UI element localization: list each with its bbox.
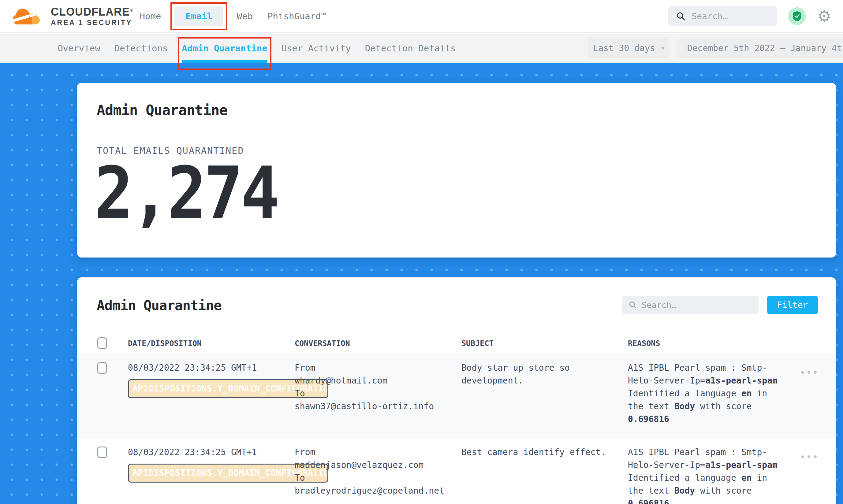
reasons-cell: A1S IPBL Pearl spam : Smtp-Helo-Server-I… [628, 361, 783, 426]
quarantine-table-card: Admin Quarantine Search… Filter DATE/DIS… [77, 277, 836, 504]
tab-label: Admin Quarantine [182, 43, 267, 54]
conversation-cell: Frommaddenjason@velazquez.comTobradleyro… [295, 446, 461, 504]
tab-detection-details[interactable]: Detection Details [365, 34, 456, 63]
tab-label: Detection Details [365, 43, 456, 54]
conversation-cell: Fromwhardy@hotmail.comToshawn37@castillo… [295, 361, 461, 426]
tab-label: Detections [115, 43, 168, 54]
from-label: From [295, 446, 461, 459]
row-checkbox[interactable] [97, 447, 107, 458]
reason-highlight: en [741, 389, 752, 398]
reason-highlight: Body [674, 486, 695, 496]
column-header-conversation: CONVERSATION [295, 339, 461, 348]
nav-item-label: Email [186, 11, 212, 21]
row-subject: Best camera identify effect. [461, 446, 614, 459]
nav-item-email[interactable]: Email [174, 6, 223, 26]
top-navigation-bar: CLOUDFLARE® AREA 1 SECURITY HomeEmailWeb… [0, 0, 843, 33]
reason-text: with score [695, 401, 752, 411]
tab-label: User Activity [282, 43, 351, 54]
nav-item-label: Home [140, 11, 161, 21]
reason-text: Identified a language [628, 473, 741, 483]
brand-text: CLOUDFLARE® AREA 1 SECURITY [51, 6, 133, 26]
settings-gear-icon[interactable]: ⚙ [817, 8, 831, 24]
table-row: 08/03/2022 23:34:25 GMT+1Fromwhardy@hotm… [77, 354, 836, 438]
search-icon [676, 12, 685, 21]
email-section-subnav: OverviewDetectionsAdmin QuarantineUser A… [0, 34, 843, 63]
subject-cell: Best camera identify effect. [461, 446, 614, 504]
subnav-tabs: OverviewDetectionsAdmin QuarantineUser A… [57, 34, 456, 63]
security-status-badge[interactable] [788, 7, 806, 25]
row-subject: Body star up store so development. [461, 361, 614, 387]
date-range-field[interactable]: December 5th 2022 — January 4th 2023 [677, 38, 843, 58]
to-email[interactable]: bradleyrodriguez@copeland.net [295, 484, 461, 497]
date-range-text: December 5th 2022 — January 4th 2023 [687, 43, 843, 53]
table-card-title: Admin Quarantine [97, 298, 222, 313]
row-menu-ellipsis-icon[interactable]: ••• [800, 368, 819, 377]
reason-highlight: Body [674, 401, 695, 411]
topnav-right-controls: Search… ⚙ [668, 6, 831, 26]
brand-name: CLOUDFLARE® [51, 6, 133, 18]
select-all-checkbox[interactable] [97, 337, 107, 349]
row-menu-cell: ••• [783, 361, 836, 426]
table-header-row: DATE/DISPOSITION CONVERSATION SUBJECT RE… [77, 333, 836, 354]
from-email[interactable]: maddenjason@velazquez.com [295, 459, 461, 472]
reason-highlight: a1s-pearl-spam [705, 460, 777, 470]
reason-highlight: en [741, 473, 752, 483]
reason-highlight: 0.696816 [628, 414, 669, 424]
table-row: 08/03/2022 23:34:25 GMT+1Frommaddenjason… [77, 438, 836, 504]
brand-subtitle: AREA 1 SECURITY [51, 19, 133, 26]
table-search-input[interactable]: Search… [622, 296, 758, 314]
from-email[interactable]: whardy@hotmail.com [295, 374, 461, 387]
nav-item-home[interactable]: Home [139, 7, 162, 26]
reason-highlight: 0.696816 [628, 499, 669, 504]
row-date: 08/03/2022 23:34:25 GMT+1 [128, 361, 295, 374]
summary-card: Admin Quarantine TOTAL EMAILS QUARANTINE… [77, 83, 836, 257]
row-checkbox[interactable] [97, 362, 107, 374]
global-search-input[interactable]: Search… [668, 6, 777, 26]
chevron-down-icon: ▾ [661, 44, 665, 52]
cloudflare-cloud-icon [11, 5, 45, 27]
tab-detections[interactable]: Detections [115, 34, 168, 63]
row-menu-cell: ••• [783, 446, 836, 504]
row-date: 08/03/2022 23:34:25 GMT+1 [128, 446, 295, 459]
filter-button[interactable]: Filter [767, 296, 818, 314]
nav-item-label: PhishGuard™ [267, 11, 326, 21]
table-search-placeholder: Search… [642, 300, 677, 310]
from-label: From [295, 361, 461, 374]
tab-overview[interactable]: Overview [57, 34, 100, 63]
cloudflare-logo: CLOUDFLARE® AREA 1 SECURITY [11, 5, 133, 27]
to-label: To [295, 472, 461, 484]
table-body: 08/03/2022 23:34:25 GMT+1Fromwhardy@hotm… [77, 354, 836, 504]
to-email[interactable]: shawn37@castillo-ortiz.info [295, 400, 461, 413]
total-quarantined-value: 2,274 [94, 158, 277, 229]
tab-user-activity[interactable]: User Activity [282, 34, 351, 63]
row-menu-ellipsis-icon[interactable]: ••• [800, 453, 819, 462]
time-range-dropdown[interactable]: Last 30 days ▾ [588, 38, 669, 58]
reasons-cell: A1S IPBL Pearl spam : Smtp-Helo-Server-I… [628, 446, 783, 504]
primary-nav: HomeEmailWebPhishGuard™ [139, 6, 328, 26]
checkbox-cell [97, 361, 128, 426]
tab-admin-quarantine[interactable]: Admin Quarantine [182, 34, 267, 63]
to-label: To [295, 387, 461, 400]
nav-item-web[interactable]: Web [235, 7, 254, 26]
column-header-reasons: REASONS [628, 339, 783, 348]
column-header-subject: SUBJECT [461, 339, 628, 348]
brand-name-text: CLOUDFLARE [51, 5, 130, 18]
search-icon [629, 301, 637, 309]
tab-label: Overview [57, 43, 100, 54]
reason-text: Identified a language [628, 389, 741, 398]
summary-card-title: Admin Quarantine [97, 102, 227, 118]
nav-item-label: Web [237, 11, 253, 21]
nav-item-phishguard[interactable]: PhishGuard™ [266, 7, 328, 26]
reason-text: with score [695, 486, 752, 496]
subject-cell: Body star up store so development. [461, 361, 614, 426]
shield-check-icon [792, 11, 802, 22]
search-placeholder: Search… [691, 11, 727, 21]
reason-highlight: a1s-pearl-spam [705, 376, 777, 386]
time-range-label: Last 30 days [593, 43, 655, 53]
brand-trademark: ® [130, 8, 133, 13]
checkbox-cell [97, 446, 128, 504]
column-header-date-disposition: DATE/DISPOSITION [128, 339, 295, 348]
